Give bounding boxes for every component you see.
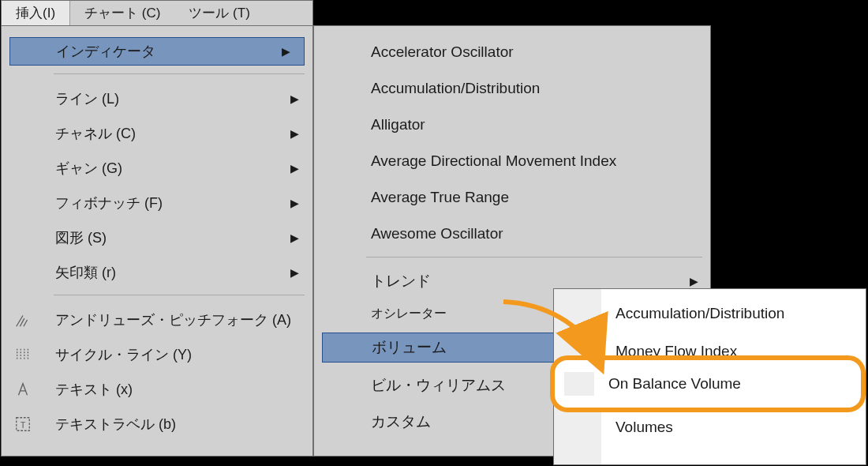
menubar-tab-chart[interactable]: チャート (C) [70, 1, 174, 25]
insert-menu: インディケータ ▶ ライン (L) ▶ チャネル (C) ▶ ギャン (G) ▶… [1, 25, 313, 457]
menu-item-shapes[interactable]: 図形 (S) ▶ [2, 220, 312, 255]
menu-item-label: Volumes [601, 419, 866, 436]
menu-item-adx[interactable]: Average Directional Movement Index [314, 143, 710, 179]
cycle-lines-icon [2, 346, 44, 363]
menu-item-label: インディケータ [45, 42, 282, 61]
menu-item-line[interactable]: ライン (L) ▶ [2, 81, 312, 116]
submenu-arrow-icon: ▶ [290, 197, 312, 209]
submenu-arrow-icon: ▶ [290, 127, 312, 140]
menu-item-label: Accelerator Oscillator [363, 43, 710, 61]
menu-item-channel[interactable]: チャネル (C) ▶ [2, 116, 312, 151]
menu-item-alligator[interactable]: Alligator [314, 107, 710, 143]
menu-item-vol-accdist[interactable]: Accumulation/Distribution [554, 295, 866, 332]
menu-item-label: ライン (L) [44, 89, 290, 108]
menu-item-vol-volumes[interactable]: Volumes [554, 409, 866, 445]
menu-item-label: サイクル・ライン (Y) [44, 345, 312, 364]
menubar: 挿入(I) チャート (C) ツール (T) [1, 0, 313, 26]
pitchfork-icon [2, 311, 44, 329]
menu-item-label: Alligator [363, 116, 710, 133]
submenu-arrow-icon: ▶ [282, 45, 304, 58]
highlight-callout-content: On Balance Volume [550, 355, 866, 412]
menubar-tab-insert[interactable]: 挿入(I) [2, 1, 70, 25]
menu-item-arrows[interactable]: 矢印類 (r) ▶ [2, 255, 312, 290]
menu-item-label: Accumulation/Distribution [601, 305, 866, 322]
menubar-tab-label: チャート (C) [84, 6, 160, 21]
text-icon [2, 381, 44, 398]
menubar-tab-label: 挿入(I) [16, 6, 55, 21]
menu-item-cycle-lines[interactable]: サイクル・ライン (Y) [2, 337, 312, 372]
svg-text:T: T [21, 420, 26, 430]
menu-item-awesome-oscillator[interactable]: Awesome Oscillator [314, 216, 710, 252]
menu-item-label: ギャン (G) [44, 159, 290, 178]
menu-item-andrews-pitchfork[interactable]: アンドリューズ・ピッチフォーク (A) [2, 303, 312, 337]
menu-item-atr[interactable]: Average True Range [314, 179, 710, 216]
highlight-label: On Balance Volume [608, 375, 741, 393]
menu-item-gann[interactable]: ギャン (G) ▶ [2, 151, 312, 186]
menu-item-label: チャネル (C) [44, 124, 290, 143]
menu-item-text[interactable]: テキスト (x) [2, 372, 312, 407]
menu-item-label: 矢印類 (r) [44, 263, 290, 282]
menu-item-label: Accumulation/Distribution [363, 80, 710, 97]
menu-item-label: テキスト (x) [44, 380, 312, 399]
menu-item-fibonacci[interactable]: フィボナッチ (F) ▶ [2, 186, 312, 220]
menu-item-indicators[interactable]: インディケータ ▶ [9, 37, 305, 66]
menu-item-label: 図形 (S) [44, 228, 290, 247]
submenu-arrow-icon: ▶ [290, 162, 312, 175]
menu-item-text-label[interactable]: T テキストラベル (b) [2, 407, 312, 442]
menu-separator [54, 295, 305, 295]
menu-item-accumulation-distribution[interactable]: Accumulation/Distribution [314, 70, 710, 107]
submenu-arrow-icon: ▶ [690, 275, 710, 287]
menu-separator [366, 257, 702, 257]
menu-item-label: テキストラベル (b) [44, 415, 312, 434]
menu-item-label: アンドリューズ・ピッチフォーク (A) [44, 310, 312, 329]
menu-item-label: Average Directional Movement Index [363, 152, 710, 170]
menu-separator [54, 73, 305, 74]
submenu-arrow-icon: ▶ [290, 92, 312, 105]
menubar-tab-tools[interactable]: ツール (T) [174, 1, 264, 25]
text-label-icon: T [2, 415, 44, 433]
menu-item-label: Average True Range [363, 189, 710, 206]
menubar-tab-label: ツール (T) [189, 6, 249, 21]
menu-item-label: Awesome Oscillator [363, 225, 710, 242]
menu-item-accelerator-oscillator[interactable]: Accelerator Oscillator [314, 34, 710, 70]
menu-item-label: フィボナッチ (F) [44, 194, 290, 212]
submenu-arrow-icon: ▶ [290, 266, 312, 279]
highlight-swatch [564, 372, 594, 396]
submenu-arrow-icon: ▶ [290, 231, 312, 244]
